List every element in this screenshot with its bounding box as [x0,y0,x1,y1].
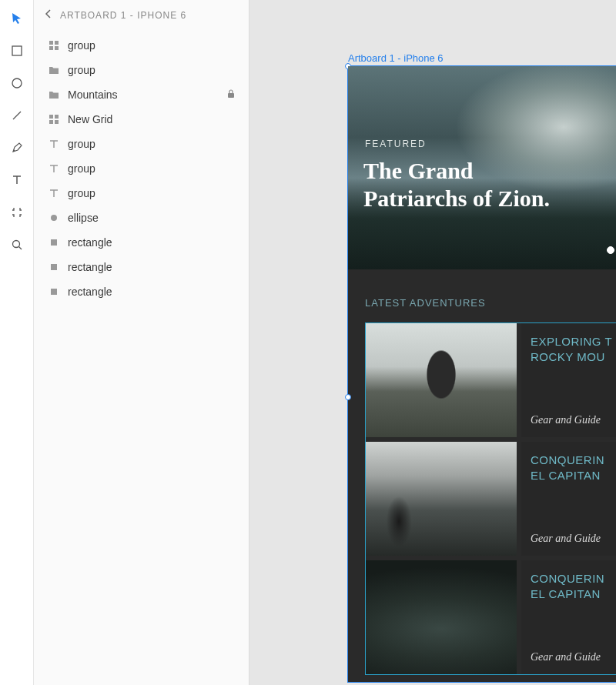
layer-row[interactable]: group [34,156,249,181]
pager-dots [607,246,616,254]
layer-label: group [68,39,235,52]
layer-row[interactable]: rectangle [34,230,249,255]
card[interactable]: EXPLORING T ROCKY MOU Gear and Guide [366,323,616,437]
layer-label: group [68,138,235,150]
text-icon [48,162,60,175]
layer-row[interactable]: group [34,181,249,206]
line-tool[interactable] [8,106,26,125]
folder-icon [48,89,60,101]
svg-line-2 [13,112,21,119]
selection-handle[interactable] [345,394,351,400]
card-image [366,560,517,674]
lock-icon [227,89,235,101]
layer-label: group [68,162,235,175]
svg-point-1 [12,79,22,88]
layers-list: group group Mountains New Grid group gro… [34,30,249,307]
breadcrumb-label: ARTBOARD 1 - IPHONE 6 [60,10,186,21]
layer-row[interactable]: ellipse [34,206,249,230]
svg-rect-7 [49,46,53,50]
card-body: CONQUERIN EL CAPITAN Gear and Guide [521,442,616,556]
grid-icon [48,113,60,125]
svg-rect-15 [51,239,57,246]
hero-section[interactable]: FEATURED The Grand Patriarchs of Zion. [348,66,616,269]
layer-label: rectangle [68,261,235,273]
svg-rect-12 [49,120,53,124]
repeat-grid-selection[interactable]: EXPLORING T ROCKY MOU Gear and Guide CON… [365,322,616,675]
artboard-tool[interactable] [8,203,26,222]
layers-breadcrumb[interactable]: ARTBOARD 1 - IPHONE 6 [34,0,249,30]
pager-dot[interactable] [607,246,614,254]
layer-label: ellipse [68,212,235,224]
layer-label: group [68,64,235,76]
text-tool[interactable] [8,171,26,189]
design-canvas[interactable]: Artboard 1 - iPhone 6 FEATURED The Grand… [249,0,616,685]
card-image [366,323,517,437]
layer-row[interactable]: group [34,132,249,156]
card-body: EXPLORING T ROCKY MOU Gear and Guide [521,323,616,437]
card[interactable]: CONQUERIN EL CAPITAN Gear and Guide [366,442,616,556]
svg-point-3 [12,241,19,248]
layers-panel: ARTBOARD 1 - IPHONE 6 group group Mounta… [34,0,249,685]
rect-icon [48,286,60,298]
card-body: CONQUERIN EL CAPITAN Gear and Guide [521,560,616,674]
text-icon [48,187,60,199]
layer-row[interactable]: New Grid [34,107,249,132]
card-title: CONQUERIN EL CAPITAN [531,571,616,602]
pen-tool[interactable] [8,139,26,157]
svg-rect-11 [55,115,59,119]
layer-row[interactable]: rectangle [34,279,249,304]
svg-rect-8 [55,46,59,50]
layer-label: New Grid [68,113,235,125]
card-image [366,442,517,556]
layer-row[interactable]: Mountains [34,82,249,107]
select-tool[interactable] [8,9,26,28]
section-title: LATEST ADVENTURES [348,269,616,322]
svg-point-14 [51,215,57,221]
svg-rect-6 [55,41,59,45]
card-meta: Gear and Guide [531,533,616,545]
rect-icon [48,236,60,249]
artboard-title[interactable]: Artboard 1 - iPhone 6 [348,52,444,64]
layer-label: rectangle [68,286,235,298]
hero-eyebrow: FEATURED [365,139,427,149]
svg-rect-0 [12,46,22,55]
svg-line-4 [18,247,22,250]
card-meta: Gear and Guide [531,651,616,663]
text-icon [48,138,60,150]
rect-icon [48,261,60,273]
svg-rect-9 [228,93,234,98]
svg-rect-5 [49,41,53,45]
svg-rect-10 [49,115,53,119]
grid-icon [48,39,60,52]
card-meta: Gear and Guide [531,414,616,426]
card[interactable]: CONQUERIN EL CAPITAN Gear and Guide [366,560,616,674]
ellipse-icon [48,212,60,224]
card-title: EXPLORING T ROCKY MOU [531,334,616,365]
svg-rect-16 [51,264,57,270]
rectangle-tool[interactable] [8,42,26,60]
artboard[interactable]: FEATURED The Grand Patriarchs of Zion. L… [348,66,616,682]
svg-rect-17 [51,289,57,295]
layer-label: rectangle [68,236,235,249]
layer-label: group [68,187,235,199]
layer-row[interactable]: group [34,33,249,58]
svg-rect-13 [55,120,59,124]
layer-row[interactable]: group [34,58,249,82]
layer-row[interactable]: rectangle [34,255,249,279]
chevron-left-icon[interactable] [45,9,52,21]
card-title: CONQUERIN EL CAPITAN [531,453,616,483]
folder-icon [48,64,60,76]
hero-title: The Grand Patriarchs of Zion. [363,157,550,212]
layer-label: Mountains [68,89,219,101]
zoom-tool[interactable] [8,236,26,254]
ellipse-tool[interactable] [8,74,26,92]
tools-toolbar [0,0,34,685]
